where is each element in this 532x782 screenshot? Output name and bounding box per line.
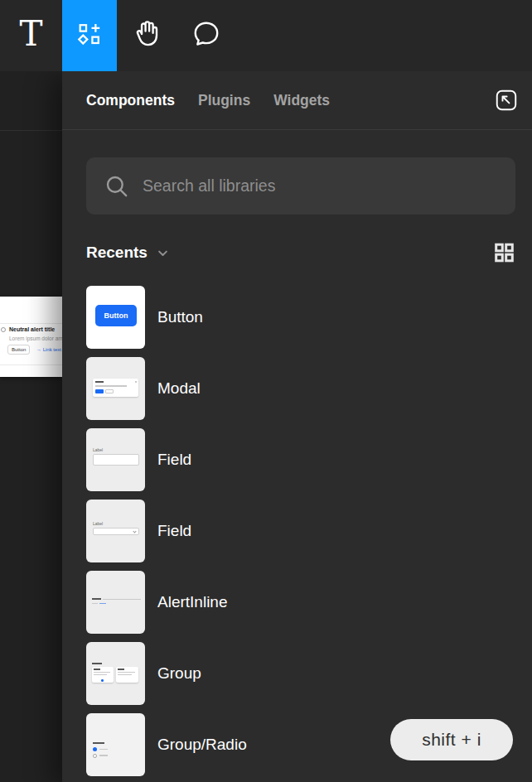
component-list-item-modal[interactable]: Modal [86,357,532,420]
component-label: Field [157,522,191,540]
component-thumbnail [86,357,145,420]
component-label: Button [157,308,203,326]
search-bar[interactable] [86,157,515,215]
canvas-area[interactable]: Neutral alert title Lorem ipsum dolor am… [0,71,62,782]
alert-button: Button [7,345,30,355]
canvas-alert-component[interactable]: Neutral alert title Lorem ipsum dolor am… [0,297,62,377]
shortcut-hint-label: shift + i [422,730,481,750]
recents-collapse-button[interactable] [157,247,169,259]
component-label: Modal [157,379,201,398]
component-thumbnail: Button [86,286,145,349]
component-label: Group [157,664,201,683]
recents-component-list: Button Button Modal [62,286,532,776]
comment-icon [191,19,221,52]
alert-link: → Link text [36,347,61,352]
component-label: Group/Radio [157,736,247,754]
component-label: AlertInline [157,593,228,611]
chevron-down-icon [157,247,169,259]
alert-body: Lorem ipsum dolor amet consect [9,335,62,341]
thumb-select-art [93,528,139,535]
thumb-radio-art [93,742,104,744]
thumb-group-art [92,663,102,664]
text-tool-button[interactable]: T [0,0,62,71]
popout-panel-button[interactable] [492,86,520,114]
thumb-field-label: Label [93,448,103,452]
grid-icon [494,243,515,263]
thumb-modal-art [93,379,138,397]
thumb-button-chip: Button [95,305,137,326]
component-thumbnail: Label [86,500,145,562]
alert-title: Neutral alert title [9,326,55,332]
thumb-field-label: Label [93,522,103,526]
tab-widgets[interactable]: Widgets [273,92,330,109]
component-list-item-group[interactable]: Group [86,642,532,705]
component-list-item-field[interactable]: Label Field [86,428,532,491]
tab-components[interactable]: Components [86,92,175,109]
component-list-item-field-select[interactable]: Label Field [86,500,532,562]
search-icon [104,173,130,200]
thumb-input-art [93,454,139,466]
component-thumbnail: Label [86,428,145,491]
figma-app-window: T [0,0,532,782]
recents-title: Recents [86,244,148,262]
component-list-item-button[interactable]: Button Button [86,286,532,349]
assets-icon [75,20,104,51]
text-tool-icon: T [19,17,42,51]
component-thumbnail [86,642,145,705]
hand-tool-button[interactable] [117,0,177,71]
panel-tabbar: Components Plugins Widgets [62,71,532,130]
tab-plugins[interactable]: Plugins [198,92,250,109]
card-divider [0,364,62,365]
popout-arrow-icon [494,88,519,113]
component-label: Field [157,451,191,469]
shortcut-hint-badge: shift + i [390,719,513,760]
component-list-item-alertinline[interactable]: AlertInline [86,571,532,634]
component-thumbnail [86,571,145,634]
component-thumbnail [86,713,145,776]
hand-icon [131,18,162,53]
main-toolbar: T [0,0,532,71]
search-input[interactable] [143,176,502,196]
comment-tool-button[interactable] [177,0,236,71]
info-icon [1,327,6,332]
card-divider [0,323,62,324]
assets-tool-button[interactable] [62,0,117,71]
thumb-alert-art [92,598,141,600]
canvas-frame-edge [0,130,62,131]
grid-view-toggle[interactable] [494,243,515,263]
assets-panel: Components Plugins Widgets Recents [62,71,532,782]
recents-section-header: Recents [86,242,515,263]
